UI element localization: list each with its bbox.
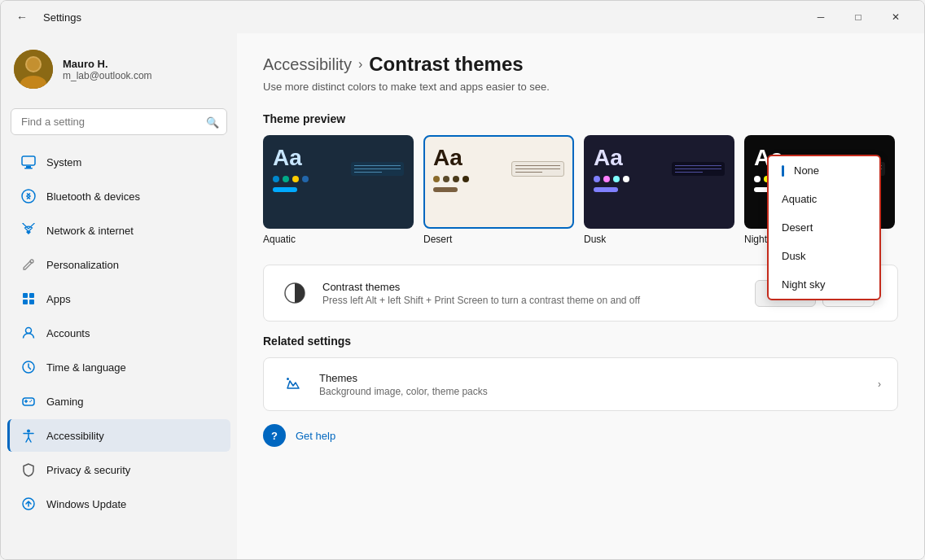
sidebar-item-time[interactable]: Time & language bbox=[7, 351, 230, 383]
back-button[interactable]: ← bbox=[11, 6, 33, 28]
dot bbox=[292, 176, 299, 182]
svg-rect-4 bbox=[22, 156, 35, 165]
related-themes-row[interactable]: Themes Background image, color, theme pa… bbox=[264, 358, 897, 410]
breadcrumb-parent[interactable]: Accessibility bbox=[263, 55, 352, 74]
svg-point-3 bbox=[27, 58, 40, 71]
line bbox=[675, 168, 721, 169]
network-label: Network & internet bbox=[46, 225, 134, 237]
search-box: 🔍 bbox=[11, 108, 227, 135]
theme-left-desert: Aa bbox=[433, 145, 505, 192]
sidebar-item-network[interactable]: Network & internet bbox=[7, 214, 230, 247]
svg-rect-6 bbox=[24, 168, 33, 169]
theme-inner-desert: Aa bbox=[433, 145, 564, 192]
system-icon bbox=[20, 154, 37, 170]
window-title: Settings bbox=[43, 11, 81, 24]
related-card: Themes Background image, color, theme pa… bbox=[263, 357, 898, 411]
close-button[interactable]: ✕ bbox=[877, 4, 914, 30]
line bbox=[354, 165, 401, 166]
svg-point-8 bbox=[30, 260, 33, 263]
related-settings-label: Related settings bbox=[263, 335, 898, 348]
sidebar-item-privacy[interactable]: Privacy & security bbox=[7, 453, 230, 486]
line bbox=[675, 172, 703, 173]
dot bbox=[433, 176, 440, 182]
theme-inner-dusk: Aa bbox=[594, 145, 725, 192]
minimize-button[interactable]: ─ bbox=[802, 4, 840, 30]
accounts-icon bbox=[20, 325, 37, 341]
svg-rect-9 bbox=[23, 293, 28, 298]
theme-inner-aquatic: Aa bbox=[273, 145, 404, 192]
sidebar-item-accounts[interactable]: Accounts bbox=[7, 317, 230, 349]
desert-toggle-bar bbox=[433, 187, 458, 192]
personalization-icon bbox=[20, 256, 37, 273]
line bbox=[515, 172, 542, 173]
svg-rect-12 bbox=[29, 300, 34, 304]
search-input[interactable] bbox=[11, 108, 227, 135]
aquatic-option-label: Aquatic bbox=[782, 193, 817, 205]
time-icon bbox=[20, 359, 37, 375]
dusk-toggle-bar bbox=[594, 187, 618, 192]
gaming-icon bbox=[20, 393, 37, 409]
help-link[interactable]: Get help bbox=[296, 430, 335, 442]
dot bbox=[443, 176, 449, 182]
titlebar-left: ← Settings bbox=[11, 6, 81, 28]
theme-card-dusk[interactable]: Aa bbox=[584, 135, 734, 245]
line bbox=[515, 165, 560, 166]
gaming-label: Gaming bbox=[46, 396, 84, 408]
theme-right-aquatic bbox=[351, 145, 404, 192]
bluetooth-label: Bluetooth & devices bbox=[46, 190, 140, 203]
dot bbox=[283, 176, 289, 182]
contrast-actions: Apply Edit None Aquatic bbox=[755, 280, 881, 307]
theme-card-aquatic[interactable]: Aa bbox=[263, 135, 414, 245]
contrast-dropdown-popup: None Aquatic Desert Dusk bbox=[767, 155, 881, 300]
contrast-title: Contrast themes bbox=[322, 281, 742, 293]
personalization-label: Personalization bbox=[46, 259, 119, 271]
dropdown-item-aquatic[interactable]: Aquatic bbox=[769, 185, 879, 213]
avatar-image bbox=[14, 50, 53, 89]
desert-aa: Aa bbox=[433, 145, 505, 171]
theme-left-dusk: Aa bbox=[594, 145, 665, 192]
theme-card-desert[interactable]: Aa bbox=[423, 135, 574, 245]
titlebar-controls: ─ □ ✕ bbox=[802, 4, 914, 30]
dusk-name: Dusk bbox=[584, 234, 734, 245]
aquatic-doc bbox=[351, 162, 404, 176]
maximize-button[interactable]: □ bbox=[840, 4, 877, 30]
dusk-aa: Aa bbox=[594, 145, 665, 171]
dropdown-item-nightsky[interactable]: Night sky bbox=[769, 270, 879, 299]
dusk-option-label: Dusk bbox=[782, 250, 806, 262]
sidebar-item-bluetooth[interactable]: Bluetooth & devices bbox=[7, 180, 230, 212]
sidebar-item-accessibility[interactable]: Accessibility bbox=[7, 419, 230, 452]
svg-rect-5 bbox=[26, 166, 31, 168]
network-icon bbox=[20, 222, 37, 238]
dropdown-item-dusk[interactable]: Dusk bbox=[769, 242, 879, 270]
sidebar-item-gaming[interactable]: Gaming bbox=[7, 385, 230, 418]
user-name: Mauro H. bbox=[63, 58, 152, 70]
theme-preview-dusk: Aa bbox=[584, 135, 734, 229]
dot bbox=[302, 176, 309, 182]
sidebar-item-system[interactable]: System bbox=[7, 146, 230, 178]
contrast-themes-row: Contrast themes Press left Alt + left Sh… bbox=[264, 265, 897, 321]
desert-doc bbox=[511, 161, 564, 177]
related-themes-desc: Background image, color, theme packs bbox=[319, 386, 865, 397]
contrast-desc: Press left Alt + left Shift + Print Scre… bbox=[322, 295, 742, 306]
user-profile[interactable]: Mauro H. m_lab@outlook.com bbox=[1, 40, 237, 98]
line bbox=[675, 165, 721, 166]
related-themes-text: Themes Background image, color, theme pa… bbox=[319, 372, 865, 397]
sidebar-item-apps[interactable]: Apps bbox=[7, 282, 230, 315]
settings-window: ← Settings ─ □ ✕ bbox=[0, 0, 925, 560]
content-area: Mauro H. m_lab@outlook.com 🔍 Sys bbox=[1, 33, 924, 559]
sidebar-item-personalization[interactable]: Personalization bbox=[7, 248, 230, 281]
aquatic-aa: Aa bbox=[273, 145, 344, 171]
dropdown-item-desert[interactable]: Desert bbox=[769, 213, 879, 242]
accessibility-icon bbox=[20, 427, 37, 444]
help-row[interactable]: ? Get help bbox=[263, 418, 898, 453]
theme-preview-aquatic: Aa bbox=[263, 135, 414, 229]
accessibility-label: Accessibility bbox=[46, 430, 104, 442]
breadcrumb-separator: › bbox=[358, 57, 362, 72]
theme-right-dusk bbox=[672, 145, 725, 192]
breadcrumb: Accessibility › Contrast themes bbox=[263, 53, 898, 76]
sidebar-item-update[interactable]: Windows Update bbox=[7, 488, 230, 520]
related-themes-title: Themes bbox=[319, 372, 865, 384]
dot bbox=[594, 176, 600, 182]
dropdown-item-none[interactable]: None bbox=[769, 156, 879, 185]
desert-option-label: Desert bbox=[782, 221, 813, 234]
